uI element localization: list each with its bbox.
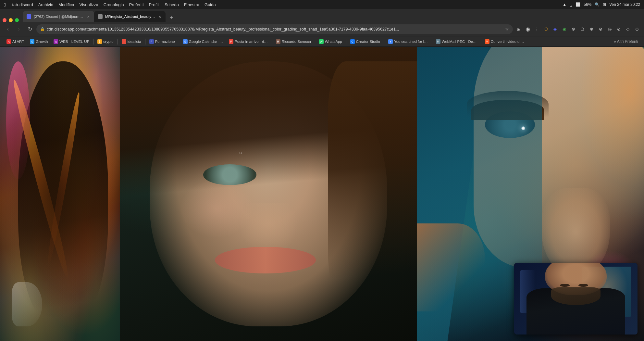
address-bar-actions: ☆ bbox=[505, 27, 509, 32]
wifi-icon: ▲ bbox=[563, 2, 566, 7]
lock-icon: 🔒 bbox=[40, 27, 45, 31]
minimize-window-button[interactable] bbox=[9, 18, 13, 22]
bookmark-separator-5 bbox=[272, 39, 272, 44]
bookmark-growth-favicon: G bbox=[30, 39, 34, 44]
ext-icon-3[interactable]: ◉ bbox=[560, 25, 568, 33]
nav-right-icons: ⊞ ◉ ⋮ ⬡ ◈ ◉ ⊛ ☖ ⊕ ⊗ ◎ ⊘ ◇ ⊙ bbox=[515, 25, 641, 33]
bookmark-web-levelup[interactable]: W WEB - LEVEL-UP bbox=[51, 38, 92, 45]
center-cheek-glow bbox=[180, 179, 254, 238]
tab-midjourney-title: MRregista_Abstract_beauty_… bbox=[105, 15, 155, 19]
menu-finestra[interactable]: Finestra bbox=[184, 2, 199, 7]
close-window-button[interactable] bbox=[3, 18, 6, 22]
reload-button[interactable]: ↻ bbox=[25, 25, 34, 34]
bookmark-ai-art[interactable]: A AI ART bbox=[4, 38, 27, 45]
menu-guida[interactable]: Guida bbox=[204, 2, 216, 7]
ext-icon-8[interactable]: ◎ bbox=[606, 25, 613, 33]
bookmark-posta[interactable]: P Posta in arrivo - ri… bbox=[226, 38, 270, 45]
right-orange-splash bbox=[417, 223, 485, 312]
image-panel-left bbox=[0, 47, 120, 341]
fullscreen-window-button[interactable] bbox=[15, 18, 19, 22]
bookmark-web-levelup-favicon: W bbox=[54, 39, 58, 44]
bookmark-separator-7 bbox=[346, 39, 346, 44]
battery-percent: 56% bbox=[584, 2, 591, 7]
menu-preferiti[interactable]: Preferiti bbox=[129, 2, 144, 7]
ext-icon-5[interactable]: ☖ bbox=[578, 25, 586, 33]
bookmark-star-icon[interactable]: ☆ bbox=[505, 27, 509, 32]
ext-icon-1[interactable]: ⬡ bbox=[542, 25, 550, 33]
ext-icon-6[interactable]: ⊕ bbox=[588, 25, 595, 33]
bookmark-google-cal[interactable]: G Google Calendar -… bbox=[180, 38, 226, 45]
tab-midjourney-favicon bbox=[98, 14, 103, 19]
bookmark-ai-art-favicon: A bbox=[6, 39, 11, 44]
bookmark-converti[interactable]: V Converti i video di… bbox=[482, 38, 527, 45]
bookmark-creator-studio-label: Creator Studio bbox=[356, 40, 380, 44]
left-paint-streak-1 bbox=[9, 79, 72, 280]
menu-cronologia[interactable]: Cronologia bbox=[104, 2, 124, 7]
tab-discord-favicon bbox=[27, 14, 31, 19]
menu-archivio[interactable]: Archivio bbox=[38, 2, 53, 7]
ext-icon-10[interactable]: ◇ bbox=[624, 25, 632, 33]
bookmark-searched-label: You searched for l… bbox=[394, 40, 428, 44]
ext-icon-11[interactable]: ⊙ bbox=[633, 25, 641, 33]
bookmark-idealista[interactable]: i idealista bbox=[119, 38, 144, 45]
right-light-orb bbox=[521, 126, 525, 130]
menu-visualizza[interactable]: Visualizza bbox=[79, 2, 98, 7]
datetime: Ven 24 mar 20:22 bbox=[609, 2, 640, 7]
bookmark-posta-favicon: P bbox=[229, 39, 233, 44]
bookmark-separator-10 bbox=[481, 39, 481, 44]
new-tab-button[interactable]: + bbox=[167, 13, 176, 22]
ext-icon-9[interactable]: ⊘ bbox=[615, 25, 623, 33]
bookmark-riccardo-label: Riccardo Scrocca bbox=[282, 40, 311, 44]
tab-discord-close[interactable]: × bbox=[86, 14, 90, 19]
content-area bbox=[0, 47, 644, 341]
bookmark-formazione-label: Formazione bbox=[155, 40, 175, 44]
bookmark-idealista-label: idealista bbox=[128, 40, 141, 44]
bookmark-riccardo[interactable]: R Riccardo Scrocca bbox=[273, 38, 314, 45]
bookmark-whatsapp-favicon: W bbox=[319, 39, 324, 44]
tab-bar: (2762) Discord | @Midjourney… × MRregist… bbox=[0, 9, 644, 22]
menu-profili[interactable]: Profili bbox=[149, 2, 159, 7]
ext-icon-7[interactable]: ⊗ bbox=[597, 25, 604, 33]
tab-discord[interactable]: (2762) Discord | @Midjourney… × bbox=[23, 11, 94, 22]
tab-midjourney-close[interactable]: × bbox=[158, 14, 162, 19]
profile-avatar[interactable]: ◉ bbox=[524, 25, 532, 33]
more-options-icon[interactable]: ⋮ bbox=[533, 25, 541, 33]
left-face-silhouette bbox=[18, 61, 108, 326]
extensions-icon[interactable]: ⊞ bbox=[515, 25, 523, 33]
bookmark-webmail[interactable]: M WebMail PEC - De… bbox=[433, 38, 479, 45]
battery-icon: ⬜ bbox=[576, 2, 580, 7]
left-paint-streak-3 bbox=[6, 61, 30, 179]
control-center-icon[interactable]: ⊞ bbox=[603, 2, 606, 7]
bookmark-whatsapp-label: WhatsApp bbox=[325, 40, 342, 44]
ext-icon-4[interactable]: ⊛ bbox=[569, 25, 577, 33]
menu-scheda[interactable]: Scheda bbox=[165, 2, 179, 7]
bookmark-crypto[interactable]: ₿ crypto bbox=[95, 38, 116, 45]
bookmark-crypto-label: crypto bbox=[103, 40, 113, 44]
tab-discord-title: (2762) Discord | @Midjourney… bbox=[34, 15, 84, 19]
bookmark-posta-label: Posta in arrivo - ri… bbox=[235, 40, 268, 44]
image-panel-center bbox=[120, 47, 417, 341]
bookmark-creator-studio[interactable]: C Creator Studio bbox=[348, 38, 383, 45]
bookmark-separator-4 bbox=[179, 39, 179, 44]
bookmarks-more-button[interactable]: » Altri Preferiti bbox=[612, 39, 640, 44]
center-lips bbox=[215, 247, 316, 273]
center-hair-right bbox=[328, 61, 417, 326]
apple-menu-icon[interactable]:  bbox=[4, 2, 6, 7]
tab-midjourney[interactable]: MRregista_Abstract_beauty_… × bbox=[94, 11, 166, 22]
menu-chrome[interactable]: tab-discord bbox=[12, 2, 33, 7]
bookmark-google-cal-favicon: G bbox=[183, 39, 188, 44]
search-icon[interactable]: 🔍 bbox=[595, 2, 600, 7]
bookmark-google-cal-label: Google Calendar -… bbox=[189, 40, 223, 44]
left-white-splatter bbox=[12, 282, 42, 326]
ext-icon-2[interactable]: ◈ bbox=[551, 25, 559, 33]
menu-modifica[interactable]: Modifica bbox=[58, 2, 74, 7]
traffic-lights bbox=[3, 18, 19, 22]
back-button[interactable]: ‹ bbox=[3, 25, 12, 34]
forward-button[interactable]: › bbox=[14, 25, 23, 34]
bookmark-searched[interactable]: Y You searched for l… bbox=[386, 38, 430, 45]
address-bar[interactable]: 🔒 cdn.discordapp.com/attachments/1013512… bbox=[36, 24, 513, 34]
bluetooth-icon: ␣ bbox=[570, 2, 572, 7]
bookmark-whatsapp[interactable]: W WhatsApp bbox=[316, 38, 345, 45]
bookmark-growth[interactable]: G Growth bbox=[27, 38, 50, 45]
bookmark-formazione[interactable]: F Formazione bbox=[147, 38, 178, 45]
